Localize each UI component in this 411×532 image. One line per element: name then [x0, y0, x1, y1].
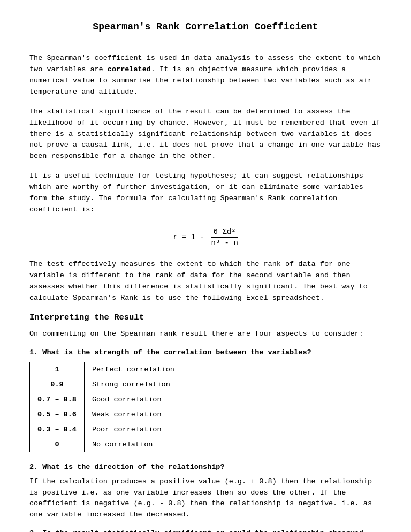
intro-paragraph-1: The Spearman's coefficient is used in da…	[29, 53, 382, 98]
table-row: 0.3 – 0.4Poor correlation	[30, 422, 182, 437]
correlation-value: 0.9	[30, 377, 85, 392]
page-title: Spearman's Rank Correlation Coefficient	[29, 21, 382, 32]
correlation-label: Strong correlation	[84, 377, 182, 392]
correlation-label: Poor correlation	[84, 422, 182, 437]
correlation-value: 0.3 – 0.4	[30, 422, 85, 437]
formula-fraction: 6 Σd² n³ - n	[211, 227, 238, 247]
divider	[29, 42, 382, 42]
correlation-value: 0.5 – 0.6	[30, 407, 85, 422]
interpreting-intro: On commenting on the Spearman rank resul…	[29, 329, 382, 340]
correlation-label: Perfect correlation	[84, 362, 182, 377]
correlation-value: 0.7 – 0.8	[30, 392, 85, 407]
correlation-label: No correlation	[84, 437, 182, 452]
interpreting-heading: Interpreting the Result	[29, 313, 382, 322]
intro-paragraph-3: It is a useful technique for testing hyp…	[29, 171, 382, 216]
table-row: 0No correlation	[30, 437, 182, 452]
formula-denominator: n³ - n	[211, 239, 238, 247]
q3-heading: 3. Is the result statistically significa…	[29, 529, 382, 532]
q2-paragraph: If the calculation produces a positive v…	[29, 476, 382, 521]
formula-block: r = 1 - 6 Σd² n³ - n	[29, 227, 382, 247]
correlation-table: 1Perfect correlation0.9Strong correlatio…	[29, 362, 182, 452]
correlation-label: Weak correlation	[84, 407, 182, 422]
post-formula-paragraph: The test effectively measures the extent…	[29, 259, 382, 304]
correlation-label: Good correlation	[84, 392, 182, 407]
table-row: 0.9Strong correlation	[30, 377, 182, 392]
q1-heading: 1. What is the strength of the correlati…	[29, 348, 382, 356]
table-row: 0.7 – 0.8Good correlation	[30, 392, 182, 407]
q2-heading: 2. What is the direction of the relation…	[29, 463, 382, 471]
table-row: 0.5 – 0.6Weak correlation	[30, 407, 182, 422]
table-row: 1Perfect correlation	[30, 362, 182, 377]
formula-numerator: 6 Σd²	[211, 227, 238, 238]
correlation-value: 1	[30, 362, 85, 377]
intro-paragraph-2: The statistical significance of the resu…	[29, 107, 382, 163]
correlation-value: 0	[30, 437, 85, 452]
formula-prefix: r = 1 -	[173, 233, 204, 241]
